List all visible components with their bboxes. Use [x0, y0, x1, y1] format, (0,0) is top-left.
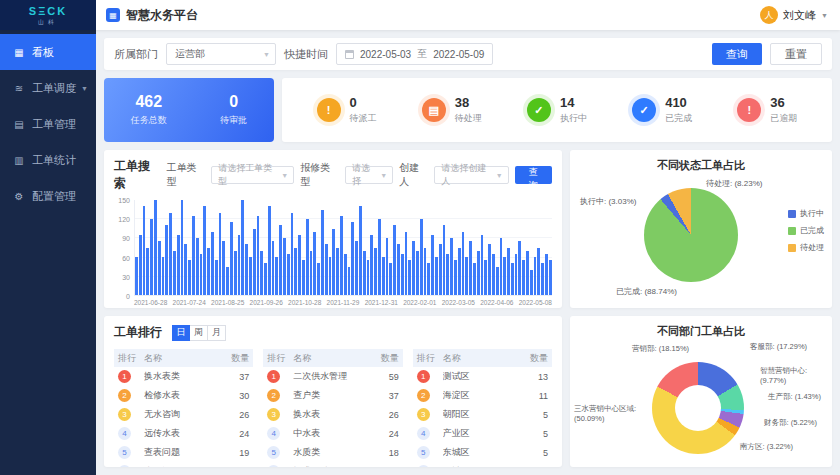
trend-bar — [245, 244, 248, 295]
rank-badge: 3 — [417, 408, 430, 421]
ranking-row: 1二次供水管理59 — [263, 367, 402, 386]
trend-bar — [378, 219, 381, 295]
rank-name: 产业区 — [443, 427, 524, 440]
trend-bar — [427, 263, 430, 295]
ranking-row: 4中水表24 — [263, 424, 402, 443]
rank-count: 59 — [375, 372, 399, 382]
trend-bar — [150, 219, 153, 295]
column-header: 名称 — [443, 352, 524, 365]
repair-type-select[interactable]: 请选择 ▼ — [345, 166, 393, 184]
ranking-row: 6西城区5 — [413, 462, 552, 467]
trend-bar — [443, 225, 446, 295]
trend-bar — [397, 244, 400, 295]
rank-count: 5 — [524, 448, 548, 458]
filter-bar: 所属部门 运营部 ▼ 快捷时间 2022-05-03 至 2022-05-09 … — [104, 38, 832, 70]
dept-select[interactable]: 运营部 ▼ — [166, 43, 276, 65]
trend-bar — [351, 222, 354, 295]
app-icon: ▦ — [106, 8, 120, 22]
date-range-picker[interactable]: 2022-05-03 至 2022-05-09 — [336, 43, 493, 65]
trend-bar — [420, 219, 423, 295]
trend-bar — [192, 216, 195, 295]
rank-count: 37 — [225, 372, 249, 382]
stat-todo: ▤ 38 待处理 — [422, 95, 482, 125]
rank-name: 远传水表 — [144, 427, 225, 440]
app-title-area: ▦ 智慧水务平台 — [106, 0, 198, 30]
sidebar-item-label: 工单统计 — [32, 153, 76, 168]
rank-badge: 4 — [118, 427, 131, 440]
trend-bar — [275, 257, 278, 295]
trend-bar — [424, 248, 427, 296]
pending-approve: 0 待审批 — [220, 93, 247, 127]
trend-bar — [537, 248, 540, 296]
search-button[interactable]: 查询 — [712, 43, 762, 65]
overdue-icon: ! — [737, 98, 761, 122]
trend-x-axis: 2021-06-282021-07-242021-08-252021-09-26… — [134, 299, 552, 306]
trend-bar — [336, 248, 339, 296]
workorder-type-select[interactable]: 请选择工单类型 ▼ — [211, 166, 294, 184]
rank-name: 无水咨询 — [144, 408, 225, 421]
stat-label: 已完成 — [665, 112, 692, 125]
reset-button[interactable]: 重置 — [770, 43, 822, 65]
trend-bar — [222, 241, 225, 295]
legend-label: 待处理 — [800, 242, 824, 253]
trend-bar — [496, 267, 499, 296]
status-stats-card: ! 0 待派工 ▤ 38 待处理 ✓ 14 执行中 ✓ 410 已完成 ! 36 — [282, 78, 832, 142]
rank-name: 换水表 — [293, 408, 374, 421]
trend-bar — [469, 241, 472, 295]
done-icon: ✓ — [632, 98, 656, 122]
sidebar-item-config[interactable]: ⚙ 配置管理 — [0, 178, 96, 214]
rank-name: 测试区 — [443, 370, 524, 383]
rank-count: 37 — [375, 391, 399, 401]
x-tick: 2021-09-26 — [250, 299, 283, 306]
todo-icon: ▤ — [422, 98, 446, 122]
task-total-card: 462 任务总数 0 待审批 — [104, 78, 274, 142]
rank-badge: 1 — [417, 370, 430, 383]
rank-badge: 4 — [417, 427, 430, 440]
trend-bar — [215, 260, 218, 295]
trend-search-button[interactable]: 查询 — [515, 166, 552, 184]
ranking-table-header: 排行名称数量 — [263, 349, 402, 367]
donut-label: 生产部: (1.43%) — [768, 392, 821, 402]
legend-label: 已完成 — [800, 225, 824, 236]
trend-bar — [200, 254, 203, 295]
column-header: 数量 — [524, 352, 548, 365]
ranking-row: 3无水咨询26 — [114, 405, 253, 424]
dispatch-icon: ≋ — [13, 83, 25, 94]
trend-bar — [196, 238, 199, 295]
sidebar-item-dashboard[interactable]: ▦ 看板 — [0, 34, 96, 70]
trend-bar — [249, 257, 252, 295]
creator-select[interactable]: 请选择创建人 ▼ — [434, 166, 508, 184]
trend-bar — [291, 213, 294, 295]
donut-label: 财务部: (5.22%) — [764, 418, 817, 428]
ranking-tab-月[interactable]: 月 — [208, 325, 226, 341]
sidebar: ▦ 看板 ≋ 工单调度 ▼ ▤ 工单管理 ▥ 工单统计 ⚙ 配置管理 — [0, 30, 96, 475]
user-menu[interactable]: 人 刘文峰 ▼ — [760, 0, 828, 30]
donut-label: 南方区: (3.22%) — [740, 442, 793, 452]
trend-bar — [253, 229, 256, 296]
rank-badge: 6 — [118, 465, 131, 467]
logo-subtext: 山科 — [38, 19, 58, 25]
ranking-tab-周[interactable]: 周 — [190, 325, 208, 341]
page-title: 智慧水务平台 — [126, 7, 198, 24]
sidebar-item-workorder-stats[interactable]: ▥ 工单统计 — [0, 142, 96, 178]
trend-bar — [465, 257, 468, 295]
trend-bar — [294, 248, 297, 296]
legend-swatch — [788, 244, 796, 252]
legend-item: 执行中 — [788, 208, 824, 219]
workorder-icon: ▤ — [13, 119, 25, 130]
rank-badge: 2 — [417, 389, 430, 402]
rank-count: 30 — [225, 391, 249, 401]
trend-bar — [184, 244, 187, 295]
dept-select-value: 运营部 — [175, 47, 205, 61]
rank-badge: 1 — [118, 370, 131, 383]
ranking-header: 工单排行 日周月 — [114, 324, 552, 341]
sidebar-item-dispatch[interactable]: ≋ 工单调度 ▼ — [0, 70, 96, 106]
date-start-value: 2022-05-03 — [360, 49, 411, 60]
trend-bar — [477, 251, 480, 295]
trend-bar — [313, 232, 316, 295]
sidebar-item-workorder-manage[interactable]: ▤ 工单管理 — [0, 106, 96, 142]
ranking-tab-日[interactable]: 日 — [172, 325, 190, 341]
rank-count: 5 — [524, 410, 548, 420]
select-placeholder: 请选择工单类型 — [218, 162, 279, 188]
x-tick: 2021-07-24 — [173, 299, 206, 306]
